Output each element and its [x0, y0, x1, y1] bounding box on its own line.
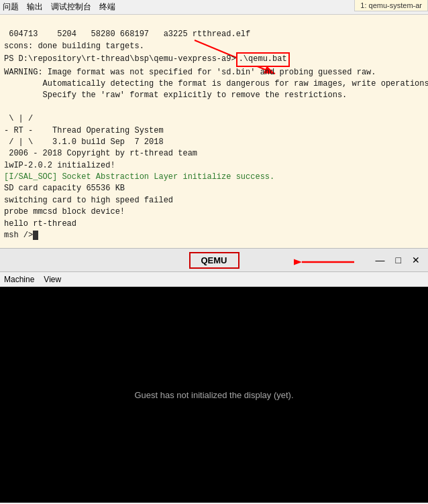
close-button[interactable]: ✕ [409, 253, 423, 267]
line-2: scons: done building targets. [4, 42, 144, 51]
line-3: PS D:\repository\rt-thread\bsp\qemu-vexp… [4, 54, 290, 64]
line-10: / | \ 3.1.0 build Sep 7 2018 [4, 137, 164, 147]
line-4: WARNING: Image format was not specified … [4, 68, 376, 77]
line-15: switching card to high speed failed [4, 196, 173, 205]
line-5: Automatically detecting the format is da… [4, 79, 428, 88]
line-14: SD card capacity 65536 KB [4, 184, 125, 193]
menu-item-output[interactable]: 输出 [27, 1, 43, 13]
minimize-button[interactable]: — [373, 253, 388, 267]
qemu-menu-view[interactable]: View [44, 275, 61, 284]
annotation-arrow-qemu [294, 251, 361, 273]
vscode-menubar: 问题 输出 调试控制台 终端 1: qemu-system-ar [0, 0, 428, 15]
qemu-taskbar: QEMU — □ ✕ [0, 248, 428, 272]
line-1: 604713 5204 58280 668197 a3225 rtthread.… [4, 29, 250, 39]
line-12: lwIP-2.0.2 initialized! [4, 161, 115, 170]
menu-item-problem[interactable]: 问题 [3, 1, 19, 13]
terminal-tab[interactable]: 1: qemu-system-ar [354, 0, 428, 11]
line-9: - RT - Thread Operating System [4, 126, 164, 135]
qemu-menu-machine[interactable]: Machine [4, 275, 34, 284]
qemu-bat-command: .\qemu.bat [236, 52, 290, 66]
window-controls: — □ ✕ [373, 253, 423, 267]
maximize-button[interactable]: □ [393, 253, 404, 267]
qemu-display-area: Guest has not initialized the display (y… [0, 287, 428, 503]
terminal-cursor [33, 231, 38, 240]
menu-item-debug-console[interactable]: 调试控制台 [51, 1, 91, 13]
menu-item-terminal[interactable]: 终端 [99, 1, 115, 13]
line-7 [4, 103, 9, 112]
qemu-menubar: Machine View [0, 272, 428, 287]
line-13: [I/SAL_SOC] Socket Abstraction Layer ini… [4, 172, 274, 182]
line-18: msh /> [4, 231, 38, 240]
line-17: hello rt-thread [4, 219, 76, 229]
line-16: probe mmcsd block device! [4, 207, 125, 216]
line-8: \ | / [4, 114, 33, 123]
qemu-display-message: Guest has not initialized the display (y… [134, 390, 293, 400]
line-6: Specify the 'raw' format explicitly to r… [4, 90, 347, 100]
line-11: 2006 - 2018 Copyright by rt-thread team [4, 149, 197, 158]
qemu-taskbar-button[interactable]: QEMU [189, 252, 239, 269]
terminal-output: 604713 5204 58280 668197 a3225 rtthread.… [0, 15, 428, 248]
